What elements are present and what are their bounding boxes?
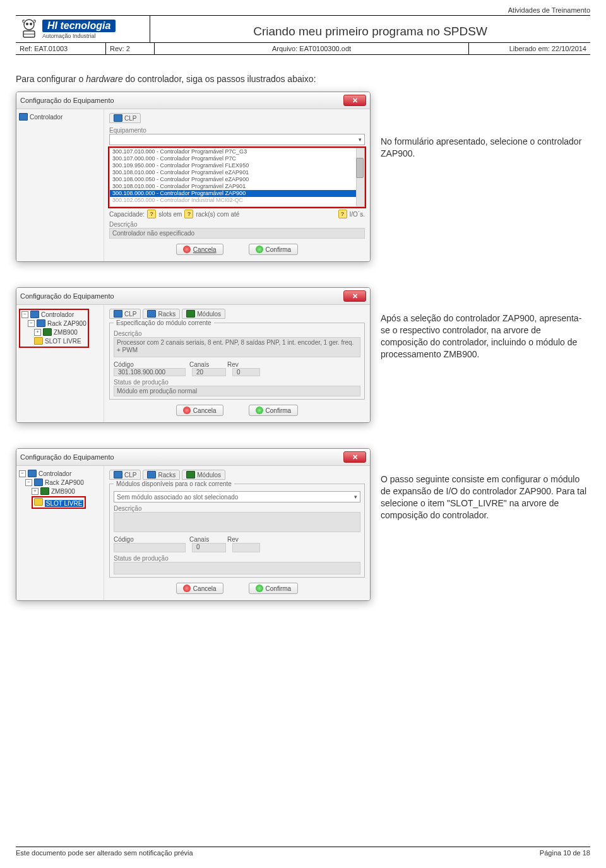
help-icon: ? [184, 210, 193, 218]
cancel-button[interactable]: Cancela [176, 244, 223, 255]
cancel-icon [183, 585, 191, 592]
close-icon[interactable]: ✕ [343, 451, 366, 463]
prod-status: Módulo em produção normal [114, 386, 360, 396]
meta-rev: Rev: 2 [106, 43, 155, 54]
tree-slot-selected[interactable]: SLOT LIVRE [45, 500, 84, 507]
confirm-button[interactable]: Confirma [249, 244, 299, 255]
svg-point-2 [30, 23, 32, 25]
slot-module-combo[interactable]: Sem módulo associado ao slot selecionado… [114, 491, 360, 502]
collapse-icon[interactable]: − [28, 320, 35, 327]
controller-icon [30, 311, 39, 318]
footer-right: Página 10 de 18 [540, 849, 590, 857]
rack-icon [37, 319, 45, 327]
intro-after: do controlador, siga os passos ilustrado… [123, 74, 316, 84]
list-item-selected[interactable]: 300.108.000.000 - Controlador Programáve… [110, 190, 364, 197]
tab-racks[interactable]: Racks [143, 309, 180, 319]
doc-meta-row: Ref: EAT.01003 Rev: 2 Arquivo: EAT010030… [16, 43, 590, 55]
prod-status [114, 562, 360, 574]
help-icon: ? [338, 210, 347, 218]
cancel-icon [183, 407, 191, 414]
tab-clp[interactable]: CLP [109, 470, 141, 480]
tab-modulos[interactable]: Módulos [182, 470, 225, 480]
clp-icon [114, 114, 122, 122]
dialog-1-tree: Controlador [16, 109, 104, 261]
dialog-3-titlebar: Configuração do Equipamento ✕ [16, 449, 370, 466]
controller-icon [19, 113, 28, 121]
cancel-button[interactable]: Cancela [176, 405, 223, 416]
dialog-2-tree: −Controlador −Rack ZAP900 +ZMB900 SLOT L… [16, 305, 104, 422]
scrollbar[interactable] [356, 148, 364, 206]
tab-modulos[interactable]: Módulos [182, 309, 225, 319]
confirm-button[interactable]: Confirma [249, 405, 299, 416]
list-item[interactable]: 300.108.000.050 - Controlador Programáve… [110, 176, 364, 183]
collapse-icon[interactable]: − [19, 470, 26, 477]
step-1-note: No formulário apresentado, selecione o c… [381, 136, 590, 160]
step-2-row: Configuração do Equipamento ✕ −Controlad… [16, 287, 590, 423]
module-icon [43, 328, 52, 336]
step-1-row: Configuração do Equipamento ✕ Controlado… [16, 92, 590, 262]
intro-paragraph: Para configurar o hardware do controlado… [16, 74, 590, 84]
dialog-3: Configuração do Equipamento ✕ −Controlad… [16, 448, 371, 601]
collapse-icon[interactable]: − [25, 479, 32, 486]
module-icon [40, 487, 49, 495]
confirm-button[interactable]: Confirma [249, 583, 299, 594]
modulos-icon [186, 471, 195, 479]
list-item[interactable]: 300.102.050.000 - Controlador Industrial… [110, 197, 364, 204]
fieldset-spec: Especificação do módulo corrente Descriç… [109, 323, 365, 400]
scrollbar-thumb[interactable] [356, 158, 364, 178]
step-3-row: Configuração do Equipamento ✕ −Controlad… [16, 448, 590, 601]
step-3-note: O passo seguinte consiste em configurar … [381, 473, 590, 521]
clp-icon [114, 310, 122, 318]
svg-point-1 [26, 23, 28, 25]
list-item[interactable]: 300.107.000.000 - Controlador Programáve… [110, 155, 364, 162]
expand-icon[interactable]: + [32, 488, 39, 495]
meta-file: Arquivo: EAT0100300.odt [155, 43, 469, 54]
equip-combo[interactable]: ▾ [109, 134, 365, 145]
label-descricao: Descrição [109, 221, 365, 228]
close-icon[interactable]: ✕ [343, 290, 366, 302]
brand-name: HI tecnologia [42, 20, 116, 32]
collapse-icon[interactable]: − [21, 311, 28, 318]
list-item[interactable]: 300.109.950.000 - Controlador Programáve… [110, 162, 364, 169]
brand-cell: HI tecnologia Automação Industrial [16, 16, 150, 42]
list-item[interactable]: 300.108.010.000 - Controlador Programáve… [110, 169, 364, 176]
channels-value: 0 [192, 543, 226, 552]
footer-left: Este documento pode ser alterado sem not… [16, 849, 193, 857]
expand-icon[interactable]: + [34, 329, 41, 336]
label-equipamento: Equipamento [109, 127, 365, 134]
code-value: 301.108.900.000 [114, 368, 186, 376]
tab-clp[interactable]: CLP [109, 113, 141, 123]
dialog-2: Configuração do Equipamento ✕ −Controlad… [16, 287, 371, 423]
doc-header: HI tecnologia Automação Industrial Crian… [16, 15, 590, 43]
confirm-icon [256, 246, 263, 253]
dialog-1-titlebar: Configuração do Equipamento ✕ [16, 92, 370, 109]
tab-clp[interactable]: CLP [109, 309, 141, 319]
rev-value [232, 543, 260, 552]
close-icon[interactable]: ✕ [343, 95, 366, 106]
chevron-down-icon: ▾ [354, 494, 357, 500]
tree-root[interactable]: Controlador [30, 114, 62, 121]
list-item[interactable]: 300.108.010.000 - Controlador Programáve… [110, 183, 364, 190]
company-logo-icon [20, 18, 39, 40]
chevron-down-icon: ▾ [359, 136, 362, 143]
dialog-1-title: Configuração do Equipamento [20, 97, 114, 104]
list-item[interactable]: 300.107.010.000 - Controlador Programáve… [110, 148, 364, 155]
tab-racks[interactable]: Racks [143, 470, 180, 480]
equip-listbox[interactable]: 300.107.010.000 - Controlador Programáve… [109, 148, 365, 207]
cancel-button[interactable]: Cancela [176, 583, 223, 594]
channels-value: 20 [192, 368, 226, 376]
desc-value [114, 512, 360, 532]
dialog-2-title: Configuração do Equipamento [20, 292, 114, 300]
step-2-note: Após a seleção do controlador ZAP900, ap… [381, 312, 590, 360]
meta-date: Liberado em: 22/10/2014 [469, 43, 590, 54]
page-container: Atividades de Treinamento HI tecnologia … [0, 0, 606, 868]
desc-value: Controlador não especificado [109, 228, 365, 239]
help-icon: ? [147, 210, 156, 218]
rev-value: 0 [232, 368, 260, 376]
doc-title: Criando meu primeiro programa no SPDSW [150, 16, 590, 42]
activity-label: Atividades de Treinamento [16, 6, 590, 14]
confirm-icon [256, 407, 263, 414]
clp-icon [114, 471, 122, 479]
controller-icon [28, 470, 37, 477]
meta-ref: Ref: EAT.01003 [16, 43, 106, 54]
